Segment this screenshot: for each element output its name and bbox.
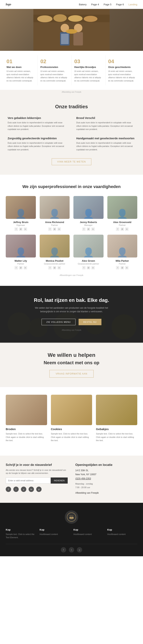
person-silhouette-icon: 👤 [49,209,60,219]
team-member-name: Alex Groenveld [107,221,137,224]
team-member-name: Monica Pouliot [40,260,70,262]
opening-hours-block: Openingstijden en locatie 14 E 33th St, … [75,463,137,495]
team-member-role: Partner [40,224,70,226]
team-facebook-icon[interactable]: f [48,228,52,231]
person-silhouette-icon: 👤 [83,209,94,219]
footer-col-2: Kop Hoofdvaard content [40,528,70,539]
svg-point-22 [72,517,74,518]
tradition-title: Vers gebakken lekkernijen [8,116,67,120]
svg-point-4 [68,15,83,22]
products-section: Broden Sample text. Click to select the … [0,387,143,456]
team-instagram-icon[interactable]: @ [120,266,124,270]
contact-info-button[interactable]: VRAAG INFORMATIE AAN [49,370,94,378]
feature-text: Ut enim ad minim veniam, quis nostrud ex… [40,70,69,82]
tradition-text: Duis aute irure dolor in reprehenderit i… [8,121,67,131]
tradition-text: Duis aute irure dolor in reprehenderit i… [76,142,135,152]
person-silhouette-icon: 👤 [49,248,60,258]
newsletter-title: Schrijf je in voor de nieuwsbrief [6,463,68,467]
newsletter-social-links: f t y in p [6,486,68,492]
svg-point-3 [53,14,67,22]
team-instagram-icon[interactable]: @ [87,228,90,231]
nav-link-page-5[interactable]: Page 5 [103,3,111,6]
person-placeholder: 👤 [6,235,36,258]
feature-number: 03 [74,58,103,64]
nav-link-bakery[interactable]: Bakery [79,3,87,6]
nav-link-page-6[interactable]: Page 6 [116,3,124,6]
team-linkedin-icon[interactable]: in [57,266,61,270]
team-linkedin-icon[interactable]: in [57,228,61,231]
product-title: Gebakjes [96,428,137,431]
feature-number: 02 [40,58,69,64]
team-linkedin-icon[interactable]: in [91,266,95,270]
team-member-6: 👤 Monica Pouliot Geassocieerde partner f… [40,235,70,270]
footer-twitter-icon[interactable]: t [69,547,74,552]
person-silhouette-icon: 👤 [15,248,27,258]
team-instagram-icon[interactable]: @ [87,266,90,270]
youtube-icon[interactable]: y [21,486,26,492]
team-member-role: Manager [73,224,103,226]
newsletter-form: INDIENEN [6,478,68,484]
product-card-2: Cookies Sample text. Click to select the… [51,395,92,442]
footer-col-title: Kop [73,528,103,531]
opening-phone[interactable]: (323) 456-2353 [75,477,137,481]
team-linkedin-icon[interactable]: in [125,266,128,270]
team-member-name: Jeffrey Bruin [6,221,36,224]
team-facebook-icon[interactable]: f [116,266,119,270]
team-facebook-icon[interactable]: f [15,228,18,231]
team-facebook-icon[interactable]: f [116,228,119,231]
team-social-icons: f @ in [73,228,103,231]
team-linkedin-icon[interactable]: in [91,228,95,231]
tradition-title: Handgemaakt met geselecteerde meelsoorte… [76,137,135,140]
product-image [51,395,92,425]
person-placeholder: 👤 [107,196,137,219]
person-silhouette-icon: 👤 [116,248,128,258]
team-section: We zijn superprofessioneel in onze vaard… [0,175,143,286]
team-facebook-icon[interactable]: f [15,266,18,270]
footer-youtube-icon[interactable]: y [77,547,82,552]
team-photo: 👤 [6,235,36,258]
newsletter-text: Als eerste ons nieuws lezen? Schrijf je … [6,468,68,475]
team-member-role: Geassocieerde partner [40,262,70,265]
nav-link-landing[interactable]: Landing [128,3,137,6]
team-member-4: 👤 Alex Groenveld Partner f @ in [107,196,137,231]
see-menu-button[interactable]: ZIE VOLLEDIG MENU [42,319,75,325]
team-facebook-icon[interactable]: f [82,266,86,270]
traditions-learn-more-button[interactable]: VINN MEER TE WETEN [52,158,91,165]
team-instagram-icon[interactable]: @ [19,228,23,231]
twitter-icon[interactable]: t [13,486,19,492]
team-member-role: Partner [107,224,137,226]
team-instagram-icon[interactable]: @ [53,266,56,270]
team-instagram-icon[interactable]: @ [19,266,23,270]
team-photo: 👤 [6,196,36,219]
team-instagram-icon[interactable]: @ [120,228,124,231]
product-title: Broden [6,428,47,431]
team-linkedin-icon[interactable]: in [24,228,27,231]
footer-col-title: Kop [40,528,70,531]
footer-col-4: Kop Hoofdvaard content [107,528,137,539]
opening-credit: Afbeelding van Freepik [75,491,137,495]
team-instagram-icon[interactable]: @ [53,228,56,231]
feature-cards-section: 01 Wat we doen Ut enim ad minim veniam, … [0,51,143,90]
newsletter-submit-button[interactable]: INDIENEN [51,478,68,484]
team-facebook-icon[interactable]: f [82,228,86,231]
team-social-icons: f @ in [73,266,103,270]
order-now-button[interactable]: BESTEL NU [79,319,101,325]
tradition-item-1: Vers gebakken lekkernijen Duis aute irur… [8,116,67,131]
product-description: Sample text. Click to select the text bo… [6,432,47,442]
feature-text: Ut enim ad minim veniam, quis nostrud ex… [7,70,35,82]
team-linkedin-icon[interactable]: in [24,266,27,270]
newsletter-email-input[interactable] [6,478,51,484]
nav-link-page-4[interactable]: Page 4 [91,3,99,6]
pinterest-icon[interactable]: p [36,486,42,492]
team-member-role: Partner [107,262,137,265]
product-card-3: Gebakjes Sample text. Click to select th… [96,395,137,442]
feature-text: Ut enim ad minim veniam, quis nostrud ex… [74,70,103,82]
team-facebook-icon[interactable]: f [48,266,52,270]
team-social-icons: f @ in [107,266,137,270]
team-linkedin-icon[interactable]: in [125,228,128,231]
linkedin-icon[interactable]: in [29,486,34,492]
footer-facebook-icon[interactable]: f [61,547,66,552]
facebook-icon[interactable]: f [6,486,11,492]
svg-point-21 [69,517,71,518]
person-placeholder: 👤 [73,196,103,219]
